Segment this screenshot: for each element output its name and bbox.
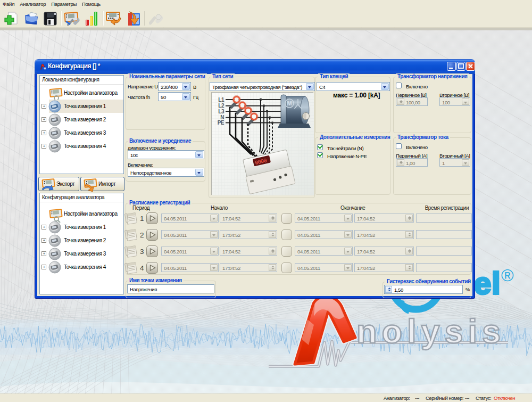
svg-text:el: el [474,266,501,300]
svg-text:L1: L1 [218,97,225,103]
svg-text:®: ® [501,266,514,285]
svg-text:PE: PE [218,120,225,126]
svg-text:M: M [287,100,292,106]
svg-text:L3: L3 [218,109,225,114]
svg-text:nolysis: nolysis [356,313,505,350]
